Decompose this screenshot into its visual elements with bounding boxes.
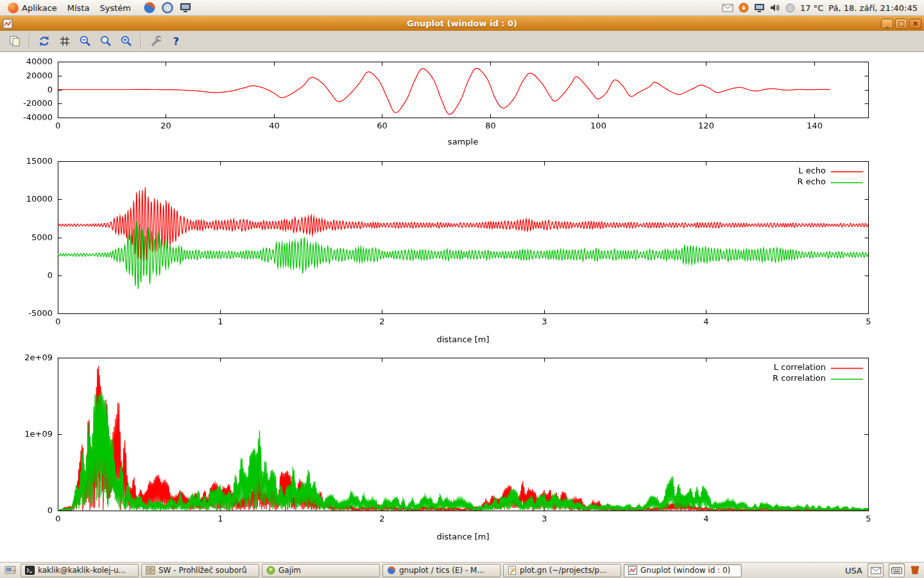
volume-icon[interactable] [770, 3, 780, 12]
help-icon: ? [173, 35, 179, 48]
zoom-previous-button[interactable] [76, 33, 94, 50]
terminal-icon [25, 566, 35, 575]
text-editor-icon [508, 566, 517, 575]
system-tray: 17 °C Pá, 18. září, 21:40:45 [722, 3, 921, 13]
maximize-button[interactable]: □ [895, 19, 907, 29]
gnuplot-plot-canvas[interactable] [0, 52, 924, 562]
gnuplot-icon [628, 566, 637, 575]
menu-system[interactable]: Systém [94, 0, 135, 15]
titlebar[interactable]: Gnuplot (window id : 0) _ □ × [0, 16, 924, 31]
show-desktop-button[interactable] [3, 564, 18, 577]
show-desktop-icon [4, 566, 16, 575]
window-controls: _ □ × [881, 19, 921, 29]
magnifier-icon [99, 35, 112, 48]
minimize-button[interactable]: _ [881, 19, 893, 29]
keyboard-layout-indicator[interactable]: USA [845, 566, 862, 575]
grid-button[interactable] [55, 33, 74, 50]
menu-applications-label: Aplikace [22, 3, 57, 13]
trash-icon[interactable] [910, 565, 920, 577]
mail-notification-button[interactable] [868, 563, 884, 577]
zoom-out-icon [79, 35, 92, 48]
menu-places-label: Místa [67, 3, 90, 13]
help-launcher[interactable] [159, 0, 176, 15]
taskbar-window-gnuplot[interactable]: Gnuplot (window id : 0) [624, 564, 742, 577]
keyboard-icon [891, 567, 902, 574]
clock[interactable]: Pá, 18. září, 21:40:45 [828, 3, 918, 13]
mail-icon [871, 567, 881, 574]
update-icon[interactable] [739, 3, 749, 13]
taskbar-window-gajim[interactable]: Gajim [262, 564, 380, 577]
taskbar-right: USA [845, 563, 921, 577]
taskbar-window-editor[interactable]: plot.gn (~/projects/p... [503, 564, 621, 577]
keyboard-button[interactable] [889, 563, 905, 577]
taskbar-window-label: plot.gn (~/projects/p... [520, 566, 607, 575]
firefox-icon [143, 1, 156, 14]
taskbar-window-label: Gajim [278, 566, 301, 575]
taskbar-window-terminal[interactable]: kaklik@kaklik-kolej-u... [21, 564, 139, 577]
toolbar-separator [29, 34, 30, 48]
toolbar: ? [0, 31, 924, 52]
replot-button[interactable] [35, 33, 53, 50]
taskbar-window-firefox[interactable]: gnuplot / tics (E) - M... [382, 564, 501, 577]
mail-icon[interactable] [722, 4, 733, 12]
display-icon[interactable] [754, 3, 765, 13]
help-ring-icon [161, 1, 174, 14]
grid-icon [58, 35, 71, 48]
taskbar: kaklik@kaklik-kolej-u... SW - Prohlížeč … [0, 562, 924, 578]
help-button[interactable]: ? [167, 33, 185, 50]
settings-button[interactable] [146, 33, 165, 50]
gnuplot-window: Gnuplot (window id : 0) _ □ × [0, 16, 924, 562]
screen-launcher[interactable] [177, 0, 194, 15]
refresh-icon [38, 35, 51, 48]
temperature-label: 17 °C [800, 3, 823, 13]
ubuntu-logo-icon [8, 3, 19, 13]
screen-icon [179, 1, 192, 14]
plot-area [0, 52, 924, 562]
menu-places[interactable]: Místa [62, 0, 95, 15]
firefox-icon [387, 566, 396, 575]
weather-icon[interactable] [785, 3, 795, 13]
taskbar-window-label: kaklik@kaklik-kolej-u... [38, 566, 126, 575]
taskbar-window-label: gnuplot / tics (E) - M... [399, 566, 484, 575]
file-manager-icon [146, 566, 155, 575]
copy-icon [8, 35, 21, 48]
top-panel: Aplikace Místa Systém [0, 0, 924, 16]
firefox-launcher[interactable] [141, 0, 158, 15]
menu-applications[interactable]: Aplikace [3, 0, 62, 15]
menu-system-label: Systém [99, 3, 130, 13]
close-button[interactable]: × [909, 19, 921, 29]
zoom-in-icon [120, 35, 133, 48]
copy-button[interactable] [5, 33, 24, 50]
taskbar-window-label: SW - Prohlížeč souborů [158, 566, 247, 575]
taskbar-window-label: Gnuplot (window id : 0) [640, 566, 730, 575]
toolbar-separator [141, 34, 141, 48]
gnuplot-window-icon [3, 19, 13, 29]
zoom-button[interactable] [96, 33, 115, 50]
wrench-icon [150, 35, 162, 48]
window-title: Gnuplot (window id : 0) [0, 19, 924, 28]
zoom-next-button[interactable] [117, 33, 135, 50]
taskbar-window-file-manager[interactable]: SW - Prohlížeč souborů [141, 564, 259, 577]
gajim-icon [266, 566, 275, 575]
